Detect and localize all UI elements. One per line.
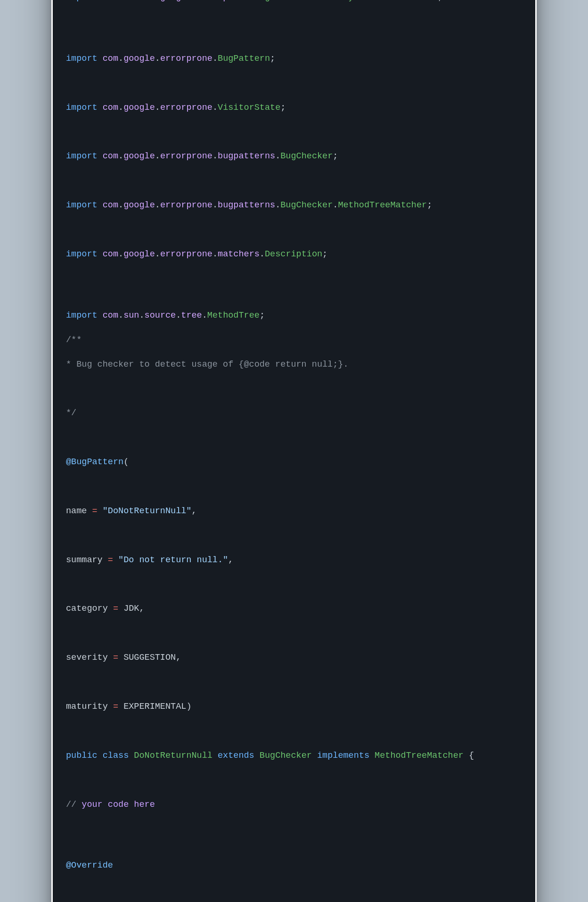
code-block: package com.google.errorprone.bugpattern… bbox=[66, 0, 522, 902]
annotation-bugpattern: @BugPattern bbox=[66, 457, 123, 467]
annotation-override: @Override bbox=[66, 861, 113, 870]
code-window: package com.google.errorprone.bugpattern… bbox=[51, 0, 537, 902]
doc-comment: /** bbox=[66, 335, 82, 345]
